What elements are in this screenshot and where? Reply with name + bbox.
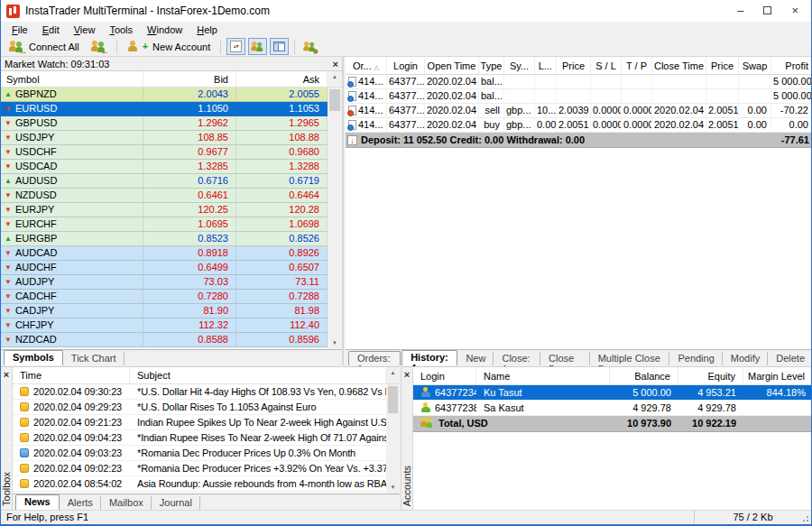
column-header-type[interactable]: Type — [479, 57, 504, 74]
close-icon[interactable]: × — [791, 5, 798, 17]
market-watch-row-gbpusd[interactable]: ▼GBPUSD1.29621.2965 — [1, 116, 328, 131]
market-watch-row-nzdcad[interactable]: ▼NZDCAD0.85880.8596 — [1, 333, 328, 347]
disconnect-all-button[interactable]: ← — [87, 39, 111, 54]
market-watch-row-cadchf[interactable]: ▼CADCHF0.72800.7288 — [1, 290, 328, 304]
minimize-icon[interactable]: – — [737, 5, 743, 17]
scroll-up-icon[interactable]: ▲ — [328, 71, 342, 82]
market-watch-row-audchf[interactable]: ▼AUDCHF0.64990.6507 — [1, 261, 328, 275]
toggle-layout-button[interactable] — [270, 38, 289, 55]
news-row[interactable]: 2020.02.04 08:54:02Asia Roundup: Aussie … — [13, 476, 386, 492]
scrollbar-thumb[interactable] — [329, 89, 340, 111]
order-row[interactable]: 414...64377...2020.02.04 ...bal...5 000.… — [346, 89, 812, 104]
tab-journal[interactable]: Journal — [152, 496, 200, 510]
tab-mailbox[interactable]: Mailbox — [102, 496, 152, 510]
news-row[interactable]: 2020.02.04 09:21:23Indian Rupee Spikes U… — [13, 415, 386, 430]
tab-alerts[interactable]: Alerts — [60, 496, 101, 510]
menu-edit[interactable]: Edit — [35, 24, 67, 35]
menu-help[interactable]: Help — [189, 24, 225, 35]
maximize-icon[interactable] — [763, 5, 771, 17]
column-header-swap[interactable]: Swap — [739, 57, 771, 74]
tab-multiple-close-by[interactable]: Multiple Close By — [591, 352, 670, 365]
column-header-equity[interactable]: Equity — [678, 367, 743, 384]
account-row-64377238[interactable]: 64377238Sa Kasut4 929.784 929.78 — [413, 401, 812, 416]
news-scrollbar[interactable]: ▼ — [386, 384, 400, 494]
scroll-down-icon[interactable]: ▼ — [328, 337, 342, 348]
tab-symbols[interactable]: Symbols — [4, 350, 63, 365]
column-header-symbol[interactable]: Symbol — [1, 71, 143, 87]
tab-orders-1[interactable]: Orders: 1 — [348, 351, 401, 365]
tab-close-1[interactable]: Close: 1 — [494, 352, 540, 365]
column-header-time[interactable]: Time — [13, 367, 130, 383]
new-account-button[interactable]: + New Account — [123, 39, 216, 54]
column-header-ask[interactable]: Ask — [236, 71, 328, 87]
scrollbar-track[interactable]: ▲ — [328, 71, 342, 87]
toggle-accounts-button[interactable] — [248, 38, 267, 55]
column-header-close-time[interactable]: Close Time — [652, 57, 706, 74]
market-watch-row-gbpnzd[interactable]: ▲GBPNZD2.00432.0055 — [1, 88, 328, 102]
column-header-lots[interactable]: L... — [535, 57, 557, 74]
accounts-close-icon[interactable]: × — [404, 369, 410, 380]
news-row[interactable]: 2020.02.04 09:29:23*U.S. Dollar Rises To… — [13, 400, 386, 415]
market-watch-row-usdchf[interactable]: ▼USDCHF0.96770.9680 — [1, 145, 328, 160]
market-watch-row-eurchf[interactable]: ▼EURCHF1.06951.0698 — [1, 217, 328, 232]
toolbox-close-icon[interactable]: × — [4, 369, 9, 380]
connect-all-button[interactable]: → Connect All — [5, 39, 84, 54]
column-header-sl[interactable]: S / L — [591, 57, 622, 74]
menu-file[interactable]: File — [5, 24, 35, 35]
column-header-price[interactable]: Price — [557, 57, 591, 74]
column-header-order[interactable]: Or...△ — [346, 57, 387, 74]
market-watch-row-usdjpy[interactable]: ▼USDJPY108.85108.88 — [1, 131, 328, 145]
market-watch-row-audcad[interactable]: ▼AUDCAD0.89180.8926 — [1, 246, 328, 261]
tab-history-4[interactable]: History: 4 — [401, 350, 457, 365]
order-row[interactable]: 414...64377...2020.02.04 ...sellgbp...10… — [346, 104, 812, 118]
market-watch-row-audusd[interactable]: ▲AUDUSD0.67160.6719 — [1, 174, 328, 189]
account-row-64377234[interactable]: 64377234Ku Tasut5 000.004 953.21844.18% — [413, 385, 812, 401]
market-watch-row-chfjpy[interactable]: ▼CHFJPY112.32112.40 — [1, 318, 328, 333]
account-settings-button[interactable] — [300, 38, 319, 55]
column-header-balance[interactable]: Balance — [610, 367, 678, 384]
market-watch-row-eurusd[interactable]: ▼EURUSD1.10501.1053 — [1, 102, 328, 116]
order-row[interactable]: 414...64377...2020.02.04 ...buygbp...0.0… — [346, 118, 812, 133]
news-row[interactable]: 2020.02.04 09:02:23*Romania Dec Producer… — [13, 461, 386, 476]
market-watch-row-nzdusd[interactable]: ▼NZDUSD0.64610.6464 — [1, 189, 328, 203]
market-watch-row-audjpy[interactable]: ▼AUDJPY73.0373.11 — [1, 275, 328, 290]
column-header-name[interactable]: Name — [476, 367, 610, 384]
tab-pending[interactable]: Pending — [670, 352, 722, 365]
column-header-open-time[interactable]: Open Time — [425, 57, 479, 74]
column-header-tp[interactable]: T / P — [622, 57, 652, 74]
column-header-login[interactable]: Login — [413, 367, 476, 384]
market-watch-row-cadjpy[interactable]: ▼CADJPY81.9081.98 — [1, 304, 328, 318]
column-header-close-price[interactable]: Price — [706, 57, 739, 74]
tab-tick-chart[interactable]: Tick Chart — [64, 352, 125, 365]
scroll-up-icon[interactable]: ▲ — [386, 367, 400, 378]
order-row[interactable]: 414...64377...2020.02.04 ...bal...5 000.… — [346, 75, 812, 89]
column-header-margin-level[interactable]: Margin Level — [743, 367, 812, 384]
news-row[interactable]: 2020.02.04 09:04:23*Indian Rupee Rises T… — [13, 430, 386, 446]
tab-news[interactable]: News — [15, 494, 60, 510]
order-doc-icon — [348, 106, 356, 115]
menu-view[interactable]: View — [67, 24, 103, 35]
column-header-profit[interactable]: Profit — [771, 57, 812, 74]
tab-new[interactable]: New — [458, 352, 494, 365]
market-watch-scrollbar[interactable]: ▼ — [328, 88, 342, 349]
scrollbar-thumb[interactable] — [388, 386, 398, 413]
menu-window[interactable]: Window — [140, 24, 189, 35]
column-header-subject[interactable]: Subject — [130, 367, 386, 383]
menu-tools[interactable]: Tools — [102, 24, 140, 35]
tab-modify[interactable]: Modify — [724, 352, 768, 365]
column-header-bid[interactable]: Bid — [143, 71, 236, 87]
news-row[interactable]: 2020.02.04 09:03:23*Romania Dec Producer… — [13, 446, 386, 461]
toggle-tick-chart-button[interactable]: ▴▾ — [226, 38, 245, 55]
market-watch-row-eurgbp[interactable]: ▲EURGBP0.85230.8526 — [1, 232, 328, 246]
market-watch-row-eurjpy[interactable]: ▼EURJPY120.25120.28 — [1, 203, 328, 217]
tab-delete[interactable]: Delete — [769, 352, 812, 365]
column-header-symbol[interactable]: Sy... — [504, 57, 535, 74]
market-watch-row-usdcad[interactable]: ▼USDCAD1.32851.3288 — [1, 160, 328, 174]
market-watch-close-icon[interactable]: × — [333, 59, 338, 69]
column-header-login[interactable]: Login — [387, 57, 425, 74]
news-row[interactable]: 2020.02.04 09:30:23*U.S. Dollar Hit 4-da… — [13, 384, 386, 400]
gear-icon — [314, 49, 318, 53]
scroll-down-icon[interactable]: ▼ — [386, 482, 400, 493]
scrollbar-track[interactable]: ▲ — [386, 367, 400, 383]
tab-close-by[interactable]: Close By — [541, 352, 590, 365]
